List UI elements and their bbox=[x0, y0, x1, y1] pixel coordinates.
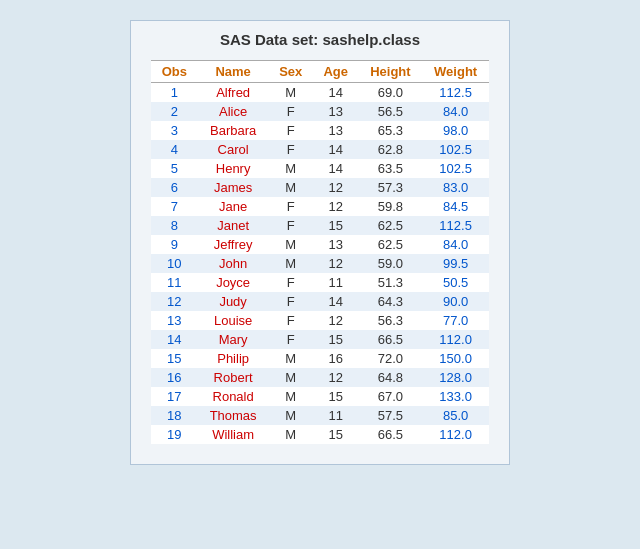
table-cell: M bbox=[269, 235, 313, 254]
table-row: 13LouiseF1256.377.0 bbox=[151, 311, 489, 330]
data-table: ObsNameSexAgeHeightWeight 1AlfredM1469.0… bbox=[151, 60, 489, 444]
table-row: 5HenryM1463.5102.5 bbox=[151, 159, 489, 178]
table-cell: 69.0 bbox=[359, 83, 423, 103]
table-row: 12JudyF1464.390.0 bbox=[151, 292, 489, 311]
table-row: 19WilliamM1566.5112.0 bbox=[151, 425, 489, 444]
table-row: 1AlfredM1469.0112.5 bbox=[151, 83, 489, 103]
table-cell: 15 bbox=[313, 387, 359, 406]
table-cell: 66.5 bbox=[359, 330, 423, 349]
table-cell: F bbox=[269, 216, 313, 235]
column-header-height: Height bbox=[359, 61, 423, 83]
table-cell: F bbox=[269, 273, 313, 292]
table-row: 2AliceF1356.584.0 bbox=[151, 102, 489, 121]
table-cell: 90.0 bbox=[422, 292, 489, 311]
table-cell: 13 bbox=[151, 311, 198, 330]
table-cell: 150.0 bbox=[422, 349, 489, 368]
table-cell: 9 bbox=[151, 235, 198, 254]
table-cell: M bbox=[269, 425, 313, 444]
table-cell: 85.0 bbox=[422, 406, 489, 425]
table-cell: 18 bbox=[151, 406, 198, 425]
table-cell: 17 bbox=[151, 387, 198, 406]
table-cell: 77.0 bbox=[422, 311, 489, 330]
table-cell: M bbox=[269, 254, 313, 273]
table-cell: 59.0 bbox=[359, 254, 423, 273]
table-cell: 14 bbox=[313, 292, 359, 311]
table-cell: 56.5 bbox=[359, 102, 423, 121]
table-cell: 14 bbox=[313, 159, 359, 178]
table-cell: Thomas bbox=[198, 406, 269, 425]
table-cell: 84.0 bbox=[422, 235, 489, 254]
table-row: 14MaryF1566.5112.0 bbox=[151, 330, 489, 349]
table-cell: M bbox=[269, 387, 313, 406]
table-cell: 14 bbox=[151, 330, 198, 349]
table-cell: 99.5 bbox=[422, 254, 489, 273]
table-cell: M bbox=[269, 368, 313, 387]
table-cell: 14 bbox=[313, 140, 359, 159]
table-cell: M bbox=[269, 406, 313, 425]
table-cell: F bbox=[269, 102, 313, 121]
table-cell: Alfred bbox=[198, 83, 269, 103]
column-header-name: Name bbox=[198, 61, 269, 83]
table-cell: 83.0 bbox=[422, 178, 489, 197]
table-cell: Joyce bbox=[198, 273, 269, 292]
table-cell: 102.5 bbox=[422, 140, 489, 159]
table-row: 16RobertM1264.8128.0 bbox=[151, 368, 489, 387]
table-cell: Barbara bbox=[198, 121, 269, 140]
table-cell: Jeffrey bbox=[198, 235, 269, 254]
table-cell: 14 bbox=[313, 83, 359, 103]
table-cell: 50.5 bbox=[422, 273, 489, 292]
table-row: 18ThomasM1157.585.0 bbox=[151, 406, 489, 425]
table-cell: 63.5 bbox=[359, 159, 423, 178]
table-cell: 19 bbox=[151, 425, 198, 444]
table-cell: Mary bbox=[198, 330, 269, 349]
table-cell: 12 bbox=[313, 311, 359, 330]
table-row: 8JanetF1562.5112.5 bbox=[151, 216, 489, 235]
table-cell: 102.5 bbox=[422, 159, 489, 178]
table-cell: 11 bbox=[313, 273, 359, 292]
table-cell: M bbox=[269, 178, 313, 197]
table-cell: 11 bbox=[313, 406, 359, 425]
table-cell: 62.5 bbox=[359, 235, 423, 254]
table-cell: 7 bbox=[151, 197, 198, 216]
table-cell: 4 bbox=[151, 140, 198, 159]
table-cell: 2 bbox=[151, 102, 198, 121]
table-cell: 12 bbox=[313, 368, 359, 387]
table-cell: 67.0 bbox=[359, 387, 423, 406]
table-cell: Robert bbox=[198, 368, 269, 387]
page-title: SAS Data set: sashelp.class bbox=[151, 31, 489, 48]
table-row: 11JoyceF1151.350.5 bbox=[151, 273, 489, 292]
table-cell: F bbox=[269, 292, 313, 311]
table-cell: 13 bbox=[313, 235, 359, 254]
column-header-sex: Sex bbox=[269, 61, 313, 83]
table-cell: 3 bbox=[151, 121, 198, 140]
table-row: 9JeffreyM1362.584.0 bbox=[151, 235, 489, 254]
table-cell: 66.5 bbox=[359, 425, 423, 444]
table-cell: 57.3 bbox=[359, 178, 423, 197]
table-cell: 112.0 bbox=[422, 425, 489, 444]
table-cell: Janet bbox=[198, 216, 269, 235]
table-cell: 5 bbox=[151, 159, 198, 178]
table-cell: 112.5 bbox=[422, 83, 489, 103]
table-cell: F bbox=[269, 330, 313, 349]
table-cell: F bbox=[269, 121, 313, 140]
table-cell: 51.3 bbox=[359, 273, 423, 292]
table-cell: 133.0 bbox=[422, 387, 489, 406]
table-cell: 112.0 bbox=[422, 330, 489, 349]
table-cell: Jane bbox=[198, 197, 269, 216]
table-cell: 59.8 bbox=[359, 197, 423, 216]
table-cell: 84.0 bbox=[422, 102, 489, 121]
column-header-age: Age bbox=[313, 61, 359, 83]
table-cell: Carol bbox=[198, 140, 269, 159]
table-cell: James bbox=[198, 178, 269, 197]
table-cell: John bbox=[198, 254, 269, 273]
table-cell: 1 bbox=[151, 83, 198, 103]
table-cell: William bbox=[198, 425, 269, 444]
column-header-obs: Obs bbox=[151, 61, 198, 83]
table-cell: 84.5 bbox=[422, 197, 489, 216]
table-cell: 64.3 bbox=[359, 292, 423, 311]
table-cell: Ronald bbox=[198, 387, 269, 406]
table-row: 10JohnM1259.099.5 bbox=[151, 254, 489, 273]
table-cell: 16 bbox=[313, 349, 359, 368]
table-cell: 15 bbox=[313, 216, 359, 235]
table-cell: F bbox=[269, 197, 313, 216]
